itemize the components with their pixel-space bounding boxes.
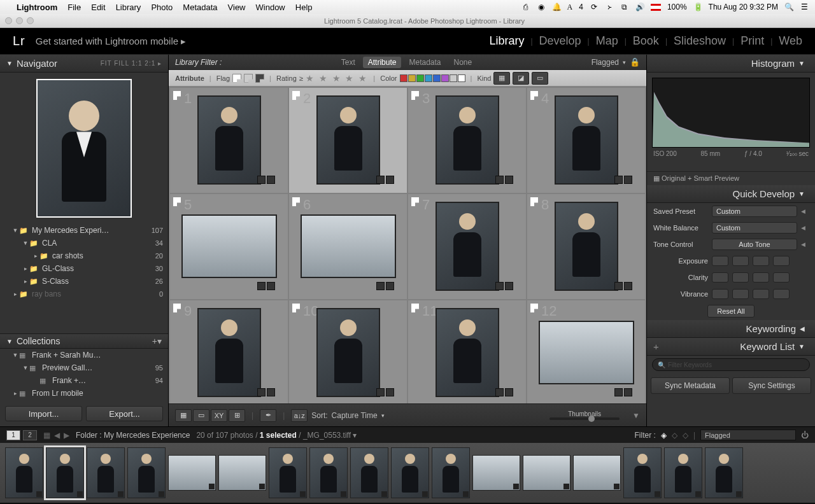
collection-row[interactable]: ▦Frank +…94 bbox=[0, 374, 168, 387]
flag-picked-icon[interactable] bbox=[232, 74, 241, 83]
datetime[interactable]: Thu Aug 20 9:32 PM bbox=[709, 3, 778, 11]
grid-cell[interactable]: 9 bbox=[170, 300, 288, 403]
toolbar-menu-icon[interactable]: ▼ bbox=[632, 411, 640, 420]
sync-icon[interactable]: ⟳ bbox=[590, 3, 599, 11]
cc-icon[interactable]: ◉ bbox=[537, 3, 546, 11]
rating-ge[interactable]: ≥ bbox=[299, 74, 303, 82]
grid-icon[interactable]: ▦ bbox=[43, 431, 50, 440]
flag-rejected-icon[interactable] bbox=[255, 74, 264, 83]
vibrance-minus2[interactable] bbox=[712, 289, 728, 299]
folder-row[interactable]: ▸📁S-Class26 bbox=[0, 275, 168, 288]
filter-toggle-icon[interactable]: ⏻ bbox=[801, 431, 809, 440]
saved-preset-select[interactable]: Custom bbox=[712, 206, 797, 217]
filter-keywords-input[interactable]: 🔍 Filter Keywords bbox=[652, 358, 810, 371]
nav-back-icon[interactable]: ◀ bbox=[54, 431, 60, 440]
vibrance-plus2[interactable] bbox=[773, 289, 790, 299]
color-swatch[interactable] bbox=[433, 74, 441, 82]
menu-file[interactable]: File bbox=[67, 3, 81, 12]
clarity-plus1[interactable] bbox=[753, 272, 769, 283]
chevron-down-icon[interactable]: ▾ bbox=[623, 59, 626, 66]
painter-icon[interactable]: ✒ bbox=[260, 409, 276, 422]
filmstrip-thumb[interactable] bbox=[46, 447, 84, 498]
sort-direction-icon[interactable]: a↓z bbox=[291, 409, 308, 422]
module-book[interactable]: Book bbox=[633, 34, 659, 48]
volume-icon[interactable]: 🔊 bbox=[635, 3, 644, 11]
quick-develop-header[interactable]: Quick Develop▼ bbox=[647, 185, 815, 203]
thumbnail-size-slider[interactable] bbox=[549, 417, 620, 420]
menu-photo[interactable]: Photo bbox=[151, 3, 173, 12]
menu-window[interactable]: Window bbox=[256, 3, 285, 12]
grid-cell[interactable]: 4 bbox=[527, 88, 645, 193]
module-develop[interactable]: Develop bbox=[539, 34, 581, 48]
filmstrip-thumb[interactable] bbox=[391, 447, 429, 498]
grid-cell[interactable]: 10 bbox=[289, 300, 407, 403]
bell-icon[interactable]: 🔔 bbox=[552, 3, 561, 11]
grid-cell[interactable]: 5 bbox=[170, 194, 288, 299]
filmstrip-thumb[interactable] bbox=[87, 447, 125, 498]
nav-fwd-icon[interactable]: ▶ bbox=[64, 431, 69, 440]
filmstrip-thumb[interactable] bbox=[472, 455, 520, 491]
add-keyword-icon[interactable]: + bbox=[653, 341, 659, 352]
grid-view[interactable]: 123456789101112 bbox=[169, 87, 646, 403]
typography-icon[interactable]: A bbox=[567, 3, 573, 12]
folder-row[interactable]: ▸📁GL-Class30 bbox=[0, 262, 168, 275]
filter-flag-icon[interactable]: ◇ bbox=[672, 431, 677, 440]
histogram-plot[interactable] bbox=[652, 78, 810, 148]
filter-preset[interactable]: Flagged bbox=[592, 58, 619, 67]
color-swatch[interactable] bbox=[458, 74, 465, 82]
filmstrip-thumb[interactable] bbox=[269, 447, 307, 498]
filmstrip-thumb[interactable] bbox=[350, 447, 388, 498]
app-name[interactable]: Lightroom bbox=[17, 3, 57, 12]
navigator-zoom[interactable]: FIT FILL 1:1 2:1 ▸ bbox=[101, 60, 162, 67]
survey-view-icon[interactable]: ⊞ bbox=[229, 409, 245, 422]
filmstrip-thumb[interactable] bbox=[168, 455, 216, 491]
vibrance-plus1[interactable] bbox=[753, 289, 769, 299]
navigator-header[interactable]: ▼ Navigator FIT FILL 1:1 2:1 ▸ bbox=[0, 55, 168, 73]
printer-icon[interactable]: ⎙ bbox=[521, 3, 530, 11]
lock-icon[interactable]: 🔒 bbox=[630, 57, 640, 67]
filmstrip-thumb[interactable] bbox=[664, 447, 702, 498]
folder-row[interactable]: ▸📁car shots20 bbox=[0, 249, 168, 262]
menu-icon[interactable]: ☰ bbox=[800, 3, 809, 11]
module-web[interactable]: Web bbox=[779, 34, 802, 48]
clarity-minus2[interactable] bbox=[712, 272, 728, 283]
exposure-minus2[interactable] bbox=[712, 256, 728, 266]
import-button[interactable]: Import... bbox=[5, 406, 82, 421]
exposure-minus1[interactable] bbox=[732, 256, 749, 266]
filmstrip-thumb[interactable] bbox=[623, 447, 662, 498]
grid-cell[interactable]: 3 bbox=[408, 88, 526, 193]
kind-master-icon[interactable]: ▦ bbox=[493, 72, 510, 85]
grid-view-icon[interactable]: ▦ bbox=[175, 409, 192, 422]
wifi-icon[interactable]: ⧉ bbox=[620, 3, 629, 11]
menu-library[interactable]: Library bbox=[116, 3, 141, 12]
clarity-plus2[interactable] bbox=[773, 272, 790, 283]
color-swatch[interactable] bbox=[425, 74, 432, 82]
grid-cell[interactable]: 6 bbox=[289, 194, 407, 299]
collection-row[interactable]: ▸▦From Lr mobile bbox=[0, 387, 168, 400]
sync-settings-button[interactable]: Sync Settings bbox=[732, 377, 811, 394]
filter-flag-icon[interactable]: ◈ bbox=[661, 431, 667, 440]
module-slideshow[interactable]: Slideshow bbox=[674, 34, 726, 48]
color-swatch[interactable] bbox=[408, 74, 416, 82]
expand-icon[interactable]: ◀ bbox=[801, 208, 809, 214]
spotlight-icon[interactable]: 🔍 bbox=[784, 3, 793, 11]
export-button[interactable]: Export... bbox=[86, 406, 163, 421]
grid-cell[interactable]: 8 bbox=[527, 194, 645, 299]
menu-metadata[interactable]: Metadata bbox=[183, 3, 217, 12]
rating-stars[interactable]: ★ ★ ★ ★ ★ bbox=[306, 73, 369, 83]
kind-vcopy-icon[interactable]: ◪ bbox=[513, 72, 529, 85]
grid-cell[interactable]: 1 bbox=[170, 88, 288, 193]
filter-tab-text[interactable]: Text bbox=[336, 57, 360, 68]
filter-preset-select[interactable]: Flagged bbox=[700, 430, 796, 440]
filmstrip-thumb[interactable] bbox=[127, 447, 166, 498]
kind-video-icon[interactable]: ▭ bbox=[532, 72, 548, 85]
sync-metadata-button[interactable]: Sync Metadata bbox=[651, 377, 730, 394]
filmstrip[interactable] bbox=[0, 443, 815, 503]
filmstrip-thumb[interactable] bbox=[432, 447, 470, 498]
sort-value[interactable]: Capture Time bbox=[332, 411, 378, 420]
menu-edit[interactable]: Edit bbox=[91, 3, 105, 12]
vibrance-minus1[interactable] bbox=[732, 289, 749, 299]
collection-row[interactable]: ▼▦Preview Gall…95 bbox=[0, 361, 168, 374]
histogram-header[interactable]: Histogram ▼ bbox=[647, 55, 815, 73]
grid-cell[interactable]: 12 bbox=[527, 300, 645, 403]
